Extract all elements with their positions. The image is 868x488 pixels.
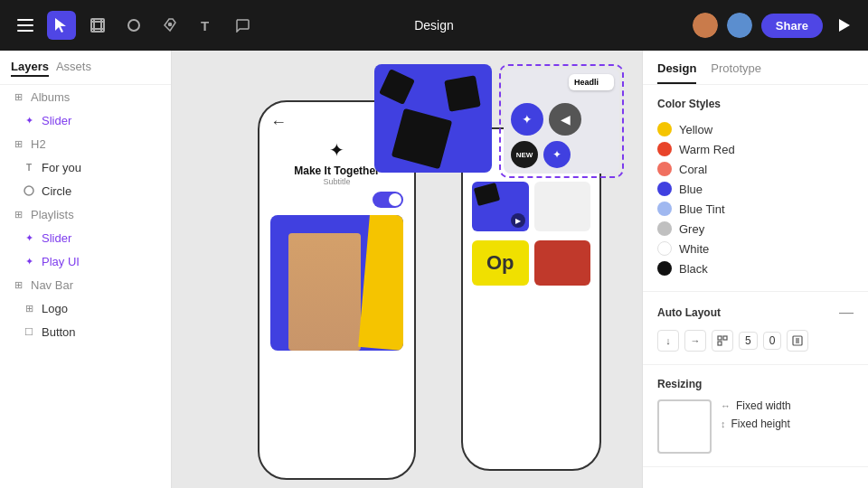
- component-icon-playui: ✦: [22, 254, 36, 268]
- autolayout-header: Auto Layout —: [657, 305, 854, 321]
- layer-item-albums[interactable]: ⊞ Albums: [0, 85, 171, 108]
- grid-icon-h2: ⊞: [11, 136, 25, 151]
- panel-tabs: Design Prototype: [643, 51, 868, 85]
- layer-item-circle[interactable]: Circle: [0, 179, 171, 202]
- layer-item-h2[interactable]: ⊞ H2: [0, 132, 171, 155]
- right-panel: Design Prototype Color Styles Yellow War…: [642, 51, 868, 488]
- autolayout-direction-down[interactable]: ↓: [657, 330, 679, 352]
- select-tool[interactable]: [47, 11, 76, 40]
- svg-rect-14: [718, 336, 722, 340]
- autolayout-align[interactable]: [787, 330, 808, 352]
- warmred-swatch: [657, 142, 672, 156]
- black-label: Black: [679, 262, 708, 276]
- star-icon-small: ✦: [543, 141, 571, 168]
- autolayout-direction-right[interactable]: →: [684, 330, 706, 352]
- component-icon-slider2: ✦: [22, 230, 36, 245]
- present-button[interactable]: [832, 13, 857, 38]
- color-row-grey[interactable]: Grey: [657, 219, 854, 239]
- resizing-title: Resizing: [657, 378, 854, 390]
- avatar-user2[interactable]: [727, 13, 752, 38]
- tab-assets[interactable]: Assets: [56, 58, 91, 77]
- warmred-label: Warm Red: [679, 143, 735, 156]
- autolayout-title: Auto Layout: [657, 306, 721, 319]
- frame-icon-button: ☐: [22, 324, 36, 339]
- autolayout-controls: ↓ → 5 0: [657, 330, 854, 352]
- text-icon: T: [22, 160, 36, 174]
- color-row-coral[interactable]: Coral: [657, 159, 854, 179]
- color-row-black[interactable]: Black: [657, 258, 854, 278]
- layer-item-logo[interactable]: ⊞ Logo: [0, 296, 171, 320]
- bluetint-swatch: [657, 202, 672, 216]
- layer-item-slider1[interactable]: ✦ Slider: [0, 108, 171, 132]
- yellow-label: Yellow: [679, 123, 712, 136]
- blue-label: Blue: [679, 183, 703, 196]
- autolayout-gap[interactable]: 5: [739, 332, 758, 350]
- autolayout-remove-button[interactable]: —: [839, 305, 854, 321]
- design-card-icons-wrapper: Headli ✦ ◀ NEW ✦: [499, 64, 624, 178]
- resizing-section: Resizing ↔ Fixed width ↕ Fixed height: [643, 365, 868, 467]
- toggle-knob: [389, 193, 401, 206]
- resize-visual: [657, 399, 712, 454]
- svg-rect-16: [718, 342, 722, 345]
- color-row-white[interactable]: White: [657, 239, 854, 258]
- svg-point-9: [128, 20, 139, 31]
- menu-button[interactable]: [11, 11, 40, 40]
- autolayout-padding[interactable]: 0: [763, 332, 782, 350]
- tab-layers[interactable]: Layers: [11, 58, 49, 77]
- autolayout-gap-value: 5: [745, 334, 751, 347]
- grid-icon-playlists: ⊞: [11, 207, 25, 221]
- color-styles-section: Color Styles Yellow Warm Red Coral Blue …: [643, 85, 868, 292]
- layer-item-playlists[interactable]: ⊞ Playlists: [0, 202, 171, 226]
- text-tool[interactable]: T: [192, 11, 221, 40]
- fixed-width-option[interactable]: ↔ Fixed width: [721, 399, 791, 412]
- pen-tool[interactable]: [156, 11, 184, 40]
- layer-item-slider2[interactable]: ✦ Slider: [0, 226, 171, 249]
- phone-toggle[interactable]: [270, 192, 403, 208]
- headli-card: Headli: [569, 74, 614, 90]
- toggle-on[interactable]: [373, 192, 403, 208]
- autolayout-wrap[interactable]: [712, 330, 733, 352]
- coral-swatch: [657, 162, 672, 176]
- autolayout-padding-value: 0: [769, 334, 776, 347]
- frame-icon-logo: ⊞: [22, 301, 36, 315]
- play-icon[interactable]: ▶: [511, 213, 525, 228]
- share-button[interactable]: Share: [761, 14, 823, 38]
- svg-point-13: [24, 186, 33, 195]
- phone-track-subtitle: Subtitle: [270, 177, 403, 186]
- auto-layout-section: Auto Layout — ↓ → 5 0: [643, 292, 868, 365]
- svg-marker-3: [55, 18, 66, 33]
- topbar: T Design Share: [0, 0, 868, 51]
- play-icon-circle: ◀: [549, 103, 581, 136]
- layer-item-button[interactable]: ☐ Button: [0, 320, 171, 343]
- fixed-height-option[interactable]: ↕ Fixed height: [721, 418, 791, 430]
- layer-item-playui[interactable]: ✦ Play UI: [0, 249, 171, 273]
- color-row-yellow[interactable]: Yellow: [657, 119, 854, 139]
- phone-back-icon: ←: [270, 113, 287, 132]
- color-row-blue[interactable]: Blue: [657, 179, 854, 199]
- grid-icon: ⊞: [11, 89, 25, 104]
- grey-label: Grey: [679, 222, 704, 236]
- color-row-bluetint[interactable]: Blue Tint: [657, 199, 854, 219]
- fixed-width-icon: ↔: [721, 400, 731, 411]
- canvas-content: ← ✦ Make It Together Subtitle: [172, 51, 642, 488]
- tab-prototype[interactable]: Prototype: [711, 61, 761, 84]
- rphone-yellow-card: Op: [472, 240, 529, 286]
- layer-item-foryou[interactable]: T For you: [0, 155, 171, 179]
- grey-swatch: [657, 221, 672, 236]
- tab-design[interactable]: Design: [657, 61, 696, 84]
- frame-tool[interactable]: [83, 11, 112, 40]
- white-swatch: [657, 241, 672, 256]
- document-title: Design: [414, 18, 454, 33]
- avatar-user1[interactable]: [693, 13, 718, 38]
- phone-image-area: [270, 215, 403, 351]
- canvas: ← ✦ Make It Together Subtitle: [172, 51, 642, 488]
- color-styles-title: Color Styles: [657, 98, 854, 110]
- layer-item-navbar[interactable]: ⊞ Nav Bar: [0, 273, 171, 296]
- design-cards-area: Headli ✦ ◀ NEW ✦: [374, 64, 624, 178]
- coral-label: Coral: [679, 163, 707, 176]
- ellipse-tool[interactable]: [119, 11, 148, 40]
- resizing-controls: ↔ Fixed width ↕ Fixed height: [657, 399, 854, 454]
- color-row-warmred[interactable]: Warm Red: [657, 139, 854, 159]
- comment-tool[interactable]: [228, 11, 257, 40]
- icon-row-2: NEW ✦: [511, 141, 612, 168]
